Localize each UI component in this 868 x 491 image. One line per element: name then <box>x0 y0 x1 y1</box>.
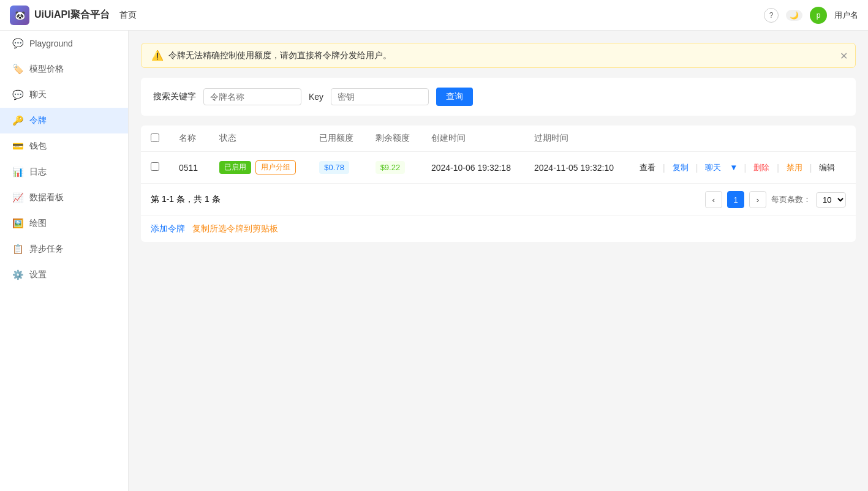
divider3: | <box>744 163 747 173</box>
sidebar: 💬 Playground 🏷️ 模型价格 💬 聊天 🔑 令牌 💳 钱包 📊 日志… <box>0 31 129 491</box>
sidebar-label-draw: 绘图 <box>29 218 47 229</box>
layout: 💬 Playground 🏷️ 模型价格 💬 聊天 🔑 令牌 💳 钱包 📊 日志… <box>0 31 868 491</box>
prev-page-button[interactable]: ‹ <box>705 191 722 208</box>
logo: 🐼 UiUiAPI聚合平台 <box>10 6 110 25</box>
dropdown-button[interactable]: ▼ <box>728 162 739 173</box>
sidebar-item-token[interactable]: 🔑 令牌 <box>0 108 128 133</box>
delete-button[interactable]: 删除 <box>751 161 772 174</box>
copy-selected-button[interactable]: 复制所选令牌到剪贴板 <box>192 223 278 234</box>
action-buttons: 查看 | 复制 | 聊天 ▼ | 删除 | 禁用 <box>637 161 846 174</box>
alert-text: 令牌无法精确控制使用额度，请勿直接将令牌分发给用户。 <box>168 50 845 61</box>
sidebar-label-chat: 聊天 <box>29 89 47 100</box>
async-tasks-icon: 📋 <box>12 244 23 255</box>
divider1: | <box>663 163 665 173</box>
moon-icon: 🌙 <box>790 11 799 20</box>
dashboard-icon: 📈 <box>12 192 23 203</box>
view-button[interactable]: 查看 <box>637 161 658 174</box>
sidebar-label-wallet: 钱包 <box>29 141 47 152</box>
sidebar-item-chat[interactable]: 💬 聊天 <box>0 82 128 108</box>
per-page-select[interactable]: 10 20 50 <box>816 192 846 208</box>
divider4: | <box>777 163 779 173</box>
copy-button[interactable]: 复制 <box>670 161 691 174</box>
user-avatar: p <box>810 7 827 24</box>
row-status: 已启用 用户分组 <box>209 152 310 184</box>
divider2: | <box>696 163 698 173</box>
row-actions: 查看 | 复制 | 聊天 ▼ | 删除 | 禁用 <box>627 152 856 184</box>
sidebar-item-playground[interactable]: 💬 Playground <box>0 31 128 56</box>
bottom-actions: 添加令牌 复制所选令牌到剪贴板 <box>141 216 856 242</box>
alert-warning-icon: ⚠️ <box>151 50 164 61</box>
th-checkbox <box>141 126 169 152</box>
alert-close-button[interactable]: ✕ <box>840 50 848 61</box>
row-expired: 2024-11-05 19:32:10 <box>524 152 627 184</box>
row-checkbox[interactable] <box>151 162 159 171</box>
status-usergroup-tag: 用户分组 <box>255 160 296 174</box>
sidebar-label-dashboard: 数据看板 <box>29 192 64 203</box>
record-info-text: 第 1-1 条，共 1 条 <box>151 194 221 204</box>
search-name-input[interactable] <box>203 88 301 105</box>
sidebar-item-wallet[interactable]: 💳 钱包 <box>0 133 128 159</box>
page-1-button[interactable]: 1 <box>727 191 744 208</box>
edit-button[interactable]: 编辑 <box>817 161 837 174</box>
token-icon: 🔑 <box>12 115 23 126</box>
next-page-button[interactable]: › <box>749 191 766 208</box>
th-name: 名称 <box>169 126 209 152</box>
sidebar-label-token: 令牌 <box>29 115 47 126</box>
search-button[interactable]: 查询 <box>436 88 473 106</box>
pagination-area: 第 1-1 条，共 1 条 ‹ 1 › 每页条数： 10 20 50 <box>141 184 856 216</box>
sidebar-label-settings: 设置 <box>29 269 47 280</box>
sidebar-label-model-price: 模型价格 <box>29 64 64 75</box>
divider5: | <box>810 163 812 173</box>
record-info: 第 1-1 条，共 1 条 <box>151 194 221 205</box>
table-section: 名称 状态 已用额度 剩余额度 <box>141 126 856 242</box>
main-content: ⚠️ 令牌无法精确控制使用额度，请勿直接将令牌分发给用户。 ✕ 搜索关键字 Ke… <box>129 31 868 491</box>
chat-action-button[interactable]: 聊天 <box>703 161 723 174</box>
row-used: $0.78 <box>309 152 365 184</box>
disable-button[interactable]: 禁用 <box>784 161 805 174</box>
table-wrapper: 名称 状态 已用额度 剩余额度 <box>141 126 856 184</box>
sidebar-item-async-tasks[interactable]: 📋 异步任务 <box>0 236 128 262</box>
search-bar: 搜索关键字 Key 查询 <box>141 78 856 116</box>
table-header: 名称 状态 已用额度 剩余额度 <box>141 126 856 152</box>
th-actions <box>627 126 856 152</box>
sidebar-item-model-price[interactable]: 🏷️ 模型价格 <box>0 56 128 82</box>
theme-toggle[interactable]: 🌙 <box>786 10 802 21</box>
model-price-icon: 🏷️ <box>12 64 23 75</box>
per-page-label: 每页条数： <box>771 194 811 205</box>
chat-icon: 💬 <box>12 89 23 100</box>
sidebar-item-settings[interactable]: ⚙️ 设置 <box>0 262 128 288</box>
remaining-amount-badge: $9.22 <box>376 161 406 174</box>
sidebar-label-playground: Playground <box>29 39 73 48</box>
table-row: 0511 已启用 用户分组 $0.78 $9.22 2024-1 <box>141 152 856 184</box>
table-body: 0511 已启用 用户分组 $0.78 $9.22 2024-1 <box>141 152 856 184</box>
add-token-button[interactable]: 添加令牌 <box>151 223 185 234</box>
token-table: 名称 状态 已用额度 剩余额度 <box>141 126 856 184</box>
log-icon: 📊 <box>12 167 23 178</box>
th-expired: 过期时间 <box>524 126 627 152</box>
sidebar-label-async-tasks: 异步任务 <box>29 244 64 255</box>
help-icon[interactable]: ? <box>764 8 779 23</box>
row-name: 0511 <box>169 152 209 184</box>
top-nav-right: ? 🌙 p 用户名 <box>764 7 858 24</box>
playground-icon: 💬 <box>12 38 23 49</box>
key-label: Key <box>309 92 323 102</box>
wallet-icon: 💳 <box>12 141 23 152</box>
top-nav: 🐼 UiUiAPI聚合平台 首页 ? 🌙 p 用户名 <box>0 0 868 31</box>
nav-home-link[interactable]: 首页 <box>119 10 137 21</box>
search-keyword-label: 搜索关键字 <box>153 91 196 102</box>
status-enabled-tag: 已启用 <box>219 161 251 174</box>
used-amount-badge: $0.78 <box>319 161 349 174</box>
logo-icon: 🐼 <box>10 6 29 25</box>
sidebar-label-log: 日志 <box>29 167 47 178</box>
th-created: 创建时间 <box>421 126 524 152</box>
sidebar-item-log[interactable]: 📊 日志 <box>0 159 128 185</box>
th-used: 已用额度 <box>309 126 365 152</box>
select-all-checkbox[interactable] <box>151 133 159 142</box>
alert-banner: ⚠️ 令牌无法精确控制使用额度，请勿直接将令牌分发给用户。 ✕ <box>141 43 856 68</box>
top-nav-left: 🐼 UiUiAPI聚合平台 首页 <box>10 6 137 25</box>
draw-icon: 🖼️ <box>12 218 23 229</box>
key-input[interactable] <box>331 88 429 105</box>
th-remaining: 剩余额度 <box>366 126 421 152</box>
sidebar-item-dashboard[interactable]: 📈 数据看板 <box>0 185 128 211</box>
sidebar-item-draw[interactable]: 🖼️ 绘图 <box>0 211 128 236</box>
